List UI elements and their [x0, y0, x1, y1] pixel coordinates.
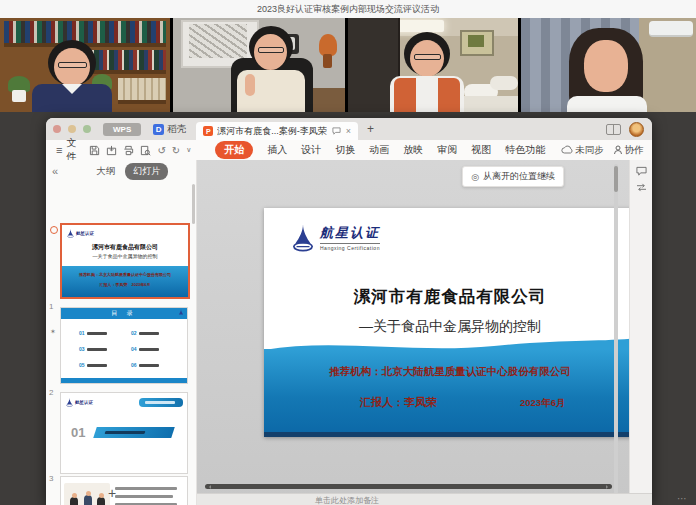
thumb3-chapter-pill [139, 398, 183, 407]
docer-button[interactable]: D 稻壳 [153, 123, 186, 136]
tab-design[interactable]: 设计 [301, 143, 321, 157]
more-indicator[interactable]: ⋯ [677, 493, 688, 504]
resume-position-label: 从离开的位置继续 [483, 170, 555, 183]
sync-status-button[interactable]: 未同步 [561, 144, 604, 157]
comment-icon[interactable] [332, 127, 341, 136]
video-feed-2[interactable] [173, 18, 345, 112]
wps-tabbar: WPS D 稻壳 P 漯河市有鹿食...案例-李凤荣 × + [46, 118, 652, 140]
illustration-figure-1 [70, 497, 78, 505]
participant-3-glasses [414, 54, 441, 60]
comment-panel-icon[interactable] [636, 166, 647, 177]
video-feed-3[interactable] [348, 18, 518, 112]
flowers [319, 34, 337, 56]
close-window-button[interactable] [53, 125, 61, 133]
notes-bar[interactable]: 单击此处添加备注 [197, 493, 652, 505]
notes-placeholder: 单击此处添加备注 [315, 495, 379, 505]
slide-thumbnail-3[interactable]: 航星认证 01 [60, 392, 188, 474]
slide-thumbnail-4[interactable] [60, 476, 188, 505]
vertical-scrollbar-thumb[interactable] [614, 166, 618, 192]
toc-item-4: 04 [131, 346, 159, 352]
customize-quick-access-icon[interactable]: ∨ [186, 146, 191, 154]
menu-icon: ≡ [56, 144, 62, 156]
thumb1-title: 漯河市有鹿食品有限公司 [62, 243, 188, 252]
user-avatar[interactable] [629, 122, 644, 137]
selected-slide-badge [50, 226, 58, 234]
meeting-title: 2023良好认证审核案例内部现场交流评议活动 [257, 3, 439, 16]
slide-blue-band: 推荐机构：北京大陆航星质量认证中心股份有限公司 汇报人：李凤荣 2023年6月 [264, 349, 636, 437]
toc-item-3: 03 [79, 346, 107, 352]
slide-thumbnail-1[interactable]: 航星认证 漯河市有鹿食品有限公司 —关于食品中金属异物的控制 推荐机构：北京大陆… [60, 223, 190, 299]
docer-label: 稻壳 [167, 123, 186, 136]
tab-view[interactable]: 视图 [471, 143, 491, 157]
document-tab[interactable]: P 漯河市有鹿食...案例-李凤荣 × [196, 122, 358, 140]
participant-3-vest-left [394, 78, 416, 112]
thumb3-chapter-banner [93, 427, 175, 438]
slides-panel: « 大纲 幻灯片 1 ✶ 2 3 航星认证 漯河市有鹿食品有限公司 —关于食品中… [46, 160, 197, 505]
panel-scrollbar[interactable] [192, 184, 195, 224]
tab-special-features[interactable]: 特色功能 [505, 143, 545, 157]
video-strip [0, 18, 696, 112]
outline-tab[interactable]: 大纲 [96, 165, 115, 178]
slide-subtitle: —关于食品中金属异物的控制 [264, 318, 636, 336]
thumb4-text-line [115, 495, 173, 498]
video-feed-4[interactable] [521, 18, 696, 112]
desk-right [311, 88, 345, 112]
hangxing-logo-icon [67, 229, 74, 238]
animation-star-icon: ✶ [50, 328, 56, 336]
toc-item-5: 05 [79, 362, 107, 368]
hangxing-logo-icon [66, 398, 73, 407]
tab-animations[interactable]: 动画 [369, 143, 389, 157]
resume-position-button[interactable]: ◎ 从离开的位置继续 [462, 166, 564, 187]
recommender-line: 推荐机构：北京大陆航星质量认证中心股份有限公司 [264, 365, 636, 379]
thumb1-logo: 航星认证 [67, 229, 94, 238]
collaborate-button[interactable]: 协作 [613, 144, 644, 157]
wps-home-button[interactable]: WPS [103, 123, 141, 136]
undo-icon[interactable]: ↺ [157, 145, 165, 156]
slide-logo: 航星认证 Hangxing Certification [292, 224, 380, 252]
slides-tab[interactable]: 幻灯片 [125, 163, 168, 180]
redo-icon[interactable]: ↻ [172, 145, 180, 156]
add-slide-button[interactable]: + [108, 485, 116, 501]
window-layout-icon[interactable] [606, 124, 621, 135]
vertical-scrollbar[interactable] [614, 164, 618, 494]
illustration-figure-2 [84, 495, 92, 505]
tab-home[interactable]: 开始 [215, 141, 253, 159]
vase [323, 54, 332, 68]
slide-thumbnail-2[interactable]: 目 录 01 02 03 04 05 06 [60, 307, 188, 384]
horizontal-scrollbar[interactable] [205, 484, 612, 489]
print-icon[interactable] [123, 145, 134, 156]
tab-transitions[interactable]: 切换 [335, 143, 355, 157]
thumb1-subtitle: —关于食品中金属异物的控制 [62, 253, 188, 259]
participant-2-hand [245, 74, 255, 96]
new-tab-button[interactable]: + [367, 122, 374, 136]
band-bottom-edge [264, 432, 636, 437]
thumb2-toc-header: 目 录 [61, 308, 187, 319]
picture-content [468, 35, 484, 47]
ribbon-tabs: 开始 插入 设计 切换 动画 放映 审阅 视图 特色功能 [208, 141, 552, 159]
video-feed-1[interactable] [0, 18, 170, 112]
close-tab-icon[interactable]: × [346, 126, 351, 136]
swap-panel-icon[interactable] [636, 183, 647, 192]
current-slide[interactable]: 航星认证 Hangxing Certification 漯河市有鹿食品有限公司 … [264, 208, 636, 437]
slide-edit-area: ◎ 从离开的位置继续 航星认证 Hangxing Certification [197, 160, 652, 505]
save-icon[interactable] [89, 145, 100, 156]
tab-review[interactable]: 审阅 [437, 143, 457, 157]
meeting-app: 2023良好认证审核案例内部现场交流评议活动 [0, 0, 696, 505]
collapse-panel-icon[interactable]: « [52, 165, 58, 177]
wps-ribbon: ≡ 文件 ↺ ↻ ∨ 开始 插入 设计 切换 动画 放映 审阅 视图 [46, 140, 652, 161]
print-preview-icon[interactable] [140, 145, 151, 156]
zoom-window-button[interactable] [83, 125, 91, 133]
quick-access-toolbar: ↺ ↻ ∨ [86, 145, 194, 156]
hangxing-logo-icon [292, 224, 314, 252]
thumb2-footer-bar [61, 378, 187, 383]
illustration-figure-3 [97, 497, 105, 505]
tab-slideshow[interactable]: 放映 [403, 143, 423, 157]
thumb3-logo: 航星认证 [66, 398, 93, 407]
slide-title: 漯河市有鹿食品有限公司 [264, 286, 636, 308]
bookshelf-books-mid [84, 50, 166, 74]
minimize-window-button[interactable] [68, 125, 76, 133]
wps-window: WPS D 稻壳 P 漯河市有鹿食...案例-李凤荣 × + ≡ 文件 [46, 118, 652, 505]
tab-insert[interactable]: 插入 [267, 143, 287, 157]
export-icon[interactable] [106, 145, 117, 156]
illustration-head-1 [72, 493, 77, 498]
